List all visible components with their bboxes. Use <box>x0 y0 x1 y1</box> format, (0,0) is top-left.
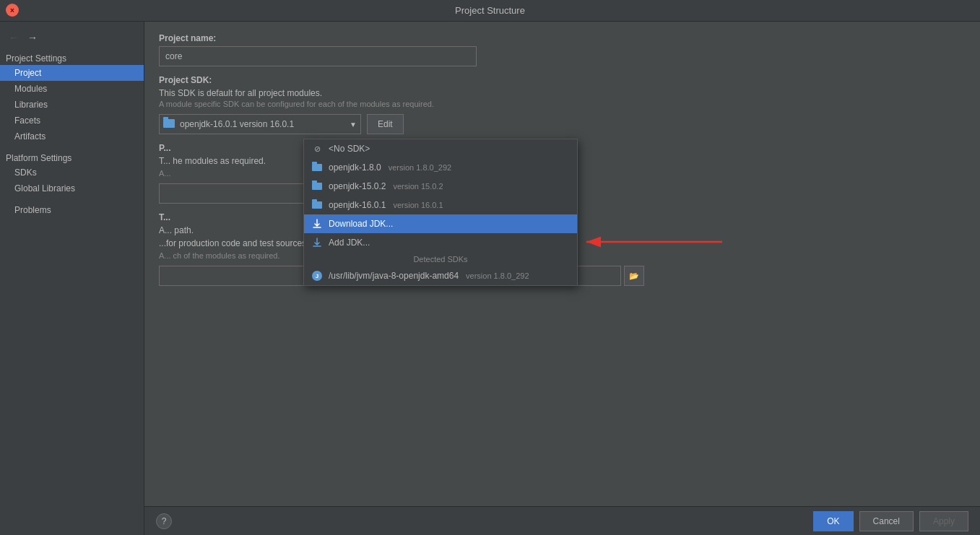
bottom-left: ? <box>156 513 807 529</box>
project-settings-label: Project Settings <box>0 51 144 65</box>
content-inner: Project name: Project SDK: This SDK is d… <box>144 22 980 506</box>
add-jdk-icon <box>311 237 323 248</box>
dropdown-item-jdk18[interactable]: openjdk-1.8.0 version 1.8.0_292 <box>304 158 577 177</box>
dropdown-item-add-jdk[interactable]: Add JDK... <box>304 233 577 252</box>
cancel-button[interactable]: Cancel <box>859 511 914 531</box>
dropdown-item-download-jdk[interactable]: Download JDK... <box>304 214 577 233</box>
language-level-dropdown[interactable] <box>159 183 318 204</box>
edit-button[interactable]: Edit <box>367 114 404 134</box>
sdk-dropdown-popup: ⊘ <No SDK> openjdk-1.8.0 version 1.8.0_2… <box>303 139 578 286</box>
ok-button[interactable]: OK <box>813 511 853 531</box>
sdk-dropdown-wrapper: openjdk-16.0.1 version 16.0.1 ▼ <box>159 114 361 134</box>
close-button[interactable]: × <box>6 4 19 17</box>
sidebar-item-global-libraries[interactable]: Global Libraries <box>0 180 144 196</box>
sidebar-divider <box>0 144 144 150</box>
platform-settings-label: Platform Settings <box>0 150 144 165</box>
sdk-dropdown[interactable]: openjdk-16.0.1 version 16.0.1 <box>159 114 361 134</box>
project-name-input[interactable] <box>159 46 477 66</box>
sdk-dropdown-arrow-icon: ▼ <box>350 121 357 129</box>
sidebar-item-problems[interactable]: Problems <box>0 202 144 218</box>
no-sdk-icon: ⊘ <box>311 143 323 155</box>
dropdown-item-jdk16[interactable]: openjdk-16.0.1 version 16.0.1 <box>304 196 577 214</box>
browse-icon: 📂 <box>629 271 639 281</box>
detected-java-icon: J <box>311 270 323 282</box>
jdk15-folder-icon <box>311 180 323 192</box>
download-icon <box>311 218 323 230</box>
sidebar-item-modules[interactable]: Modules <box>0 81 144 97</box>
detected-sdks-header: Detected SDKs <box>304 252 577 266</box>
browse-path-button[interactable]: 📂 <box>624 266 644 286</box>
nav-back-button[interactable]: ← <box>6 30 22 45</box>
sidebar-item-project[interactable]: Project <box>0 65 144 81</box>
bottom-bar: ? OK Cancel Apply <box>144 506 980 535</box>
sdk-row: openjdk-16.0.1 version 16.0.1 ▼ Edit <box>159 114 966 134</box>
red-arrow-indicator <box>578 233 722 251</box>
sdk-description-2: A module specific SDK can be configured … <box>159 100 966 108</box>
apply-button[interactable]: Apply <box>919 511 968 531</box>
nav-arrows: ← → <box>0 27 144 51</box>
sidebar-item-libraries[interactable]: Libraries <box>0 97 144 113</box>
sidebar-divider-2 <box>0 196 144 202</box>
dropdown-item-no-sdk[interactable]: ⊘ <No SDK> <box>304 139 577 158</box>
main-layout: ← → Project Settings Project Modules Lib… <box>0 22 980 535</box>
project-name-label: Project name: <box>159 33 966 43</box>
sidebar: ← → Project Settings Project Modules Lib… <box>0 22 144 535</box>
nav-forward-button[interactable]: → <box>25 30 40 45</box>
title-bar: × Project Structure <box>0 0 980 22</box>
help-button[interactable]: ? <box>156 513 172 529</box>
dropdown-item-jdk15[interactable]: openjdk-15.0.2 version 15.0.2 <box>304 177 577 196</box>
dialog-title: Project Structure <box>455 5 525 16</box>
sdk-description-1: This SDK is default for all project modu… <box>159 88 966 98</box>
sidebar-item-facets[interactable]: Facets <box>0 113 144 129</box>
jdk16-folder-icon <box>311 199 323 211</box>
dropdown-item-detected-1[interactable]: J /usr/lib/jvm/java-8-openjdk-amd64 vers… <box>304 266 577 285</box>
sdk-folder-icon <box>163 119 173 129</box>
content-area: Project name: Project SDK: This SDK is d… <box>144 22 980 535</box>
lang-dropdown-wrapper: ▼ <box>159 183 318 204</box>
sidebar-item-artifacts[interactable]: Artifacts <box>0 129 144 144</box>
sidebar-item-sdks[interactable]: SDKs <box>0 165 144 180</box>
sdk-section-label: Project SDK: <box>159 75 966 85</box>
jdk18-folder-icon <box>311 162 323 173</box>
